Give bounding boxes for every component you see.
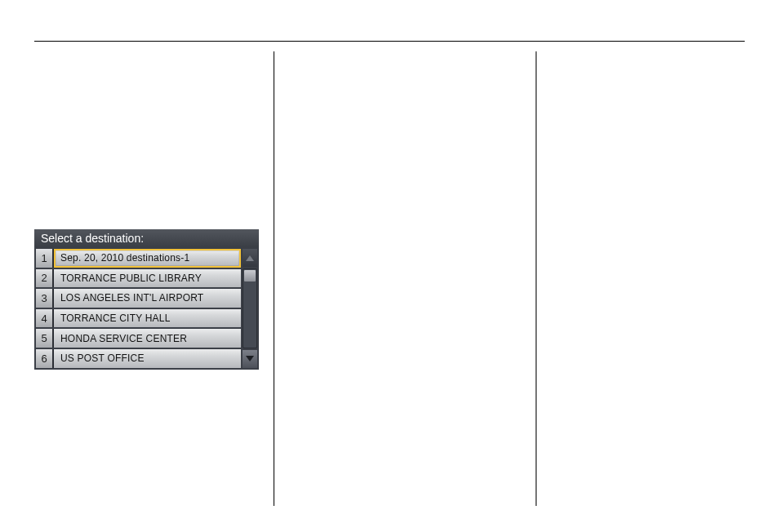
column-divider-2 bbox=[536, 51, 536, 506]
list-item-number: 2 bbox=[36, 269, 54, 288]
destination-list: 1Sep. 20, 2010 destinations-12TORRANCE P… bbox=[36, 249, 241, 368]
list-item-label: Sep. 20, 2010 destinations-1 bbox=[54, 249, 241, 268]
scroll-down-button[interactable] bbox=[243, 350, 257, 368]
panel-body: 1Sep. 20, 2010 destinations-12TORRANCE P… bbox=[34, 247, 259, 370]
list-item[interactable]: 6US POST OFFICE bbox=[36, 349, 241, 368]
list-item-number: 4 bbox=[36, 309, 54, 328]
list-item-label: TORRANCE PUBLIC LIBRARY bbox=[54, 269, 241, 288]
list-item[interactable]: 3LOS ANGELES INT'L AIRPORT bbox=[36, 289, 241, 308]
list-item[interactable]: 5HONDA SERVICE CENTER bbox=[36, 329, 241, 348]
panel-title: Select a destination: bbox=[41, 232, 144, 245]
list-item[interactable]: 2TORRANCE PUBLIC LIBRARY bbox=[36, 269, 241, 288]
list-item-number: 5 bbox=[36, 329, 54, 348]
scroll-up-button[interactable] bbox=[243, 249, 257, 267]
column-divider-1 bbox=[274, 51, 274, 506]
arrow-down-icon bbox=[246, 356, 254, 361]
list-item-number: 3 bbox=[36, 289, 54, 308]
arrow-up-icon bbox=[246, 255, 254, 261]
list-item-number: 1 bbox=[36, 249, 54, 268]
scrollbar bbox=[243, 249, 257, 368]
list-item[interactable]: 1Sep. 20, 2010 destinations-1 bbox=[36, 249, 241, 268]
list-item-label: LOS ANGELES INT'L AIRPORT bbox=[54, 289, 241, 308]
list-item[interactable]: 4TORRANCE CITY HALL bbox=[36, 309, 241, 328]
scroll-thumb[interactable] bbox=[244, 270, 256, 282]
list-item-label: US POST OFFICE bbox=[54, 349, 241, 368]
horizontal-rule-top bbox=[34, 41, 745, 42]
list-item-label: TORRANCE CITY HALL bbox=[54, 309, 241, 328]
select-destination-panel: Select a destination: 1Sep. 20, 2010 des… bbox=[34, 229, 259, 370]
list-item-number: 6 bbox=[36, 349, 54, 368]
list-item-label: HONDA SERVICE CENTER bbox=[54, 329, 241, 348]
panel-header: Select a destination: bbox=[34, 229, 259, 247]
scroll-track[interactable] bbox=[243, 268, 257, 348]
